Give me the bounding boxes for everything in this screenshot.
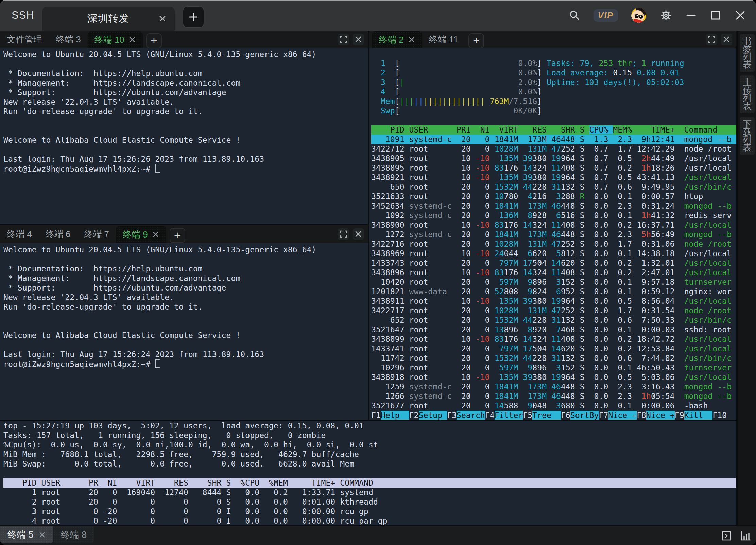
titlebar-actions: VIP [568,0,746,31]
pane-close-icon[interactable] [721,34,732,45]
terminal-line: MiB Swap: 0.0 total, 0.0 free, 0.0 used.… [3,459,736,469]
terminal-line: * Documentation: https://help.ubuntu.com [3,69,368,78]
tab-终端 2[interactable]: 终端 2 [372,31,422,48]
tab-终端 8[interactable]: 终端 8 [53,526,94,543]
terminal-line: * Management: https://landscape.canonica… [3,78,368,88]
terminal-line: 1201821 www-data 20 0 52808 9824 6952 S … [371,287,736,296]
terminal-line: * Support: https://ubuntu.com/advantage [3,88,368,97]
pane-bottom: top - 15:27:19 up 103 days, 5:02, 12 use… [0,421,736,525]
settings-gear-icon[interactable] [659,9,672,22]
terminal-left-top[interactable]: Welcome to Ubuntu 20.04.5 LTS (GNU/Linux… [0,48,368,224]
sidebar-上传列表[interactable]: 上传列表 [740,75,755,113]
terminal-line: 3438905 root 10 -10 135M 39380 19964 S 0… [371,154,736,163]
tab-终端 10[interactable]: 终端 10 [88,31,143,48]
tab-终端 4[interactable]: 终端 4 [0,225,39,243]
right-tabbar: 终端 2终端 11+ [369,31,736,48]
tab-close-icon[interactable] [152,231,159,238]
pane-maximize-icon[interactable] [338,228,349,240]
tab-终端 3[interactable]: 终端 3 [49,31,88,48]
app-window: SSH 深圳转发 VIP [0,0,756,545]
terminal-line [3,321,368,331]
terminal-line: 3422716 root 20 0 1028M 131M 47252 S 0.0… [371,239,736,249]
tab-close-icon[interactable] [408,36,415,43]
terminal-line [3,469,736,478]
terminal-line: 3521677 root 20 0 14588 9048 3680 S 0.0 … [371,401,736,410]
terminal-line: Welcome to Ubuntu 20.04.5 LTS (GNU/Linux… [3,245,368,254]
terminal-line: 3422717 root 20 0 1028M 131M 47252 S 0.0… [371,306,736,315]
monitor-chart-icon[interactable] [740,530,751,541]
new-terminal-tab-button[interactable]: + [146,33,162,48]
terminal-line: * Documentation: https://help.ubuntu.com [3,264,368,274]
tab-label: 终端 10 [94,34,124,46]
search-icon[interactable] [568,9,581,21]
tab-文件管理[interactable]: 文件管理 [0,31,49,48]
terminal-line: 1266 systemd-c 20 0 1841M 173M 46448 S 0… [371,391,736,401]
terminal-line: 3438918 root 10 -10 135M 39380 19964 S 0… [371,372,736,382]
terminal-line [3,59,368,69]
pane-maximize-icon[interactable] [338,34,349,45]
terminal-line: 1259 systemd-c 20 0 1841M 173M 46448 S 0… [371,382,736,391]
tab-终端 6[interactable]: 终端 6 [39,225,78,243]
terminal-line: Run 'do-release-upgrade' to upgrade to i… [3,107,368,116]
terminal-top-cmd[interactable]: top - 15:27:19 up 103 days, 5:02, 12 use… [0,421,736,525]
tab-终端 9[interactable]: 终端 9 [116,226,166,243]
tab-close-icon[interactable] [128,36,136,43]
tab-label: 终端 2 [379,34,404,46]
app-title: SSH [12,0,34,31]
window-top-border [0,0,756,1]
tab-终端 11[interactable]: 终端 11 [422,31,465,48]
session-tab-close-icon[interactable] [158,14,167,23]
terminal-line: Tasks: 157 total, 1 running, 156 sleepin… [3,430,736,440]
sidebar-书签列表[interactable]: 书签列表 [740,34,755,72]
terminal-line: Last login: Thu Aug 17 15:26:24 2023 fro… [3,350,368,359]
pane-close-icon[interactable] [353,34,364,45]
right-sidebar: 书签列表上传列表下载列表 [738,31,756,525]
terminal-line: root@iZwz9hgcn5aqiewmvhl4pxZ:~# [3,359,368,369]
new-session-button[interactable] [183,6,204,28]
tab-终端 5[interactable]: 终端 5 [0,526,53,543]
terminal-line: * Support: https://ubuntu.com/advantage [3,283,368,293]
terminal-line: New release '22.04.3 LTS' available. [3,293,368,302]
terminal-line [371,116,736,125]
tab-label: 终端 4 [7,228,32,240]
terminal-line: 3438911 root 10 -10 135M 39380 19964 S 0… [371,296,736,306]
terminal-htop[interactable]: 1 [ 0.0%] Tasks: 79, 253 thr; 1 running … [369,48,736,420]
terminal-line: %Cpu(s): 0.0 us, 0.0 sy, 0.0 ni,100.0 id… [3,440,736,450]
terminal-line: PID USER PR NI VIRT RES SHR S %CPU %MEM … [3,478,736,488]
sidebar-下载列表[interactable]: 下载列表 [740,117,755,155]
tab-label: + [151,34,157,47]
terminal-line: * Management: https://landscape.canonica… [3,274,368,283]
tab-终端 7[interactable]: 终端 7 [77,225,116,243]
terminal-left-bottom[interactable]: Welcome to Ubuntu 20.04.5 LTS (GNU/Linux… [0,243,368,420]
left-top-tabbar: 文件管理终端 3终端 10+ [0,31,368,48]
terminal-line: Welcome to Alibaba Cloud Elastic Compute… [3,135,368,145]
terminal-line: New release '22.04.3 LTS' available. [3,97,368,107]
terminal-line: 3438895 root 10 -10 83176 14324 11408 S … [371,163,736,173]
session-tab[interactable]: 深圳转发 [42,7,175,31]
tab-close-icon[interactable] [38,531,46,539]
session-tab-label: 深圳转发 [87,12,130,25]
terminal-line: 3 root 0 -20 0 0 0 I 0.0 0.0 0:00.00 rcu… [3,507,736,516]
terminal-line: 3452634 systemd-c 20 0 1841M 173M 46448 … [371,201,736,211]
terminal-line: 1272 systemd-c 20 0 1841M 173M 46448 S 0… [371,230,736,239]
tab-label: 终端 9 [123,229,148,241]
pane-left-bottom: 终端 4终端 6终端 7终端 9+ Welcome to Ubuntu 20.0… [0,225,368,420]
minimize-button[interactable] [685,10,697,21]
terminal-line: top - 15:27:19 up 103 days, 5:02, 12 use… [3,421,736,430]
new-terminal-tab-button[interactable]: + [468,33,484,48]
pane-maximize-icon[interactable] [706,34,717,45]
new-terminal-tab-button[interactable]: + [170,228,185,243]
tab-label: 文件管理 [7,34,42,46]
maximize-button[interactable] [710,10,721,21]
terminal-line: Welcome to Alibaba Cloud Elastic Compute… [3,331,368,340]
terminal-line: 1092 systemd-c 20 0 136M 8928 6516 S 0.0… [371,211,736,220]
tab-label: 终端 7 [84,228,109,240]
vip-badge[interactable]: VIP [594,9,618,22]
terminal-panel-icon[interactable] [721,531,732,541]
tab-label: + [473,34,479,47]
avatar[interactable] [631,7,647,23]
pane-close-icon[interactable] [353,228,364,240]
close-button[interactable] [734,9,746,21]
terminal-line [3,126,368,135]
pane-right: 终端 2终端 11+ 1 [ 0.0%] Tasks: 79, 253 thr;… [369,31,736,420]
